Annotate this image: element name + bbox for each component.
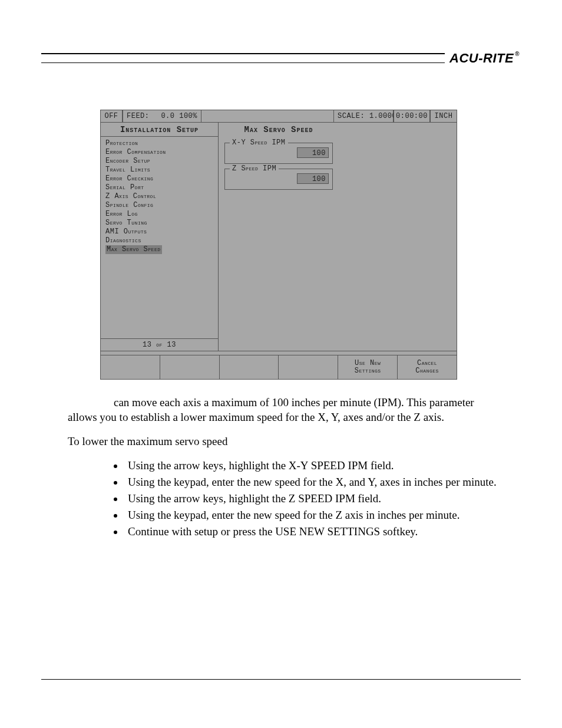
list-item[interactable]: Error Compensation: [105, 148, 214, 157]
registered-icon: ®: [515, 51, 520, 57]
bullet-item: Using the keypad, enter the new speed fo…: [124, 508, 503, 522]
status-time: 0:00:00: [394, 110, 430, 123]
brand-text: ACU-RITE: [449, 51, 514, 65]
bullet-item: Using the keypad, enter the new speed fo…: [124, 475, 503, 489]
list-item[interactable]: Protection: [105, 139, 214, 148]
softkey-1: [101, 355, 160, 379]
z-speed-fieldset: Z Speed IPM 100: [224, 169, 333, 190]
list-item[interactable]: Error Checking: [105, 174, 214, 183]
softkey-2: [160, 355, 220, 379]
list-item[interactable]: Max Servo Speed: [105, 245, 214, 254]
softkey-6[interactable]: Cancel Changes: [398, 355, 457, 379]
softkey-4: [279, 355, 338, 379]
xy-speed-input[interactable]: 100: [297, 147, 329, 158]
main-title: Max Servo Speed: [219, 123, 339, 136]
side-counter: 13 of 13: [101, 338, 218, 351]
side-list[interactable]: ProtectionError CompensationEncoder Setu…: [101, 137, 218, 338]
side-title: Installation Setup: [101, 123, 218, 137]
list-item[interactable]: Travel Limits: [105, 166, 214, 174]
bullet-item: Continue with setup or press the USE NEW…: [124, 524, 503, 539]
bullet-item: Using the arrow keys, highlight the Z SP…: [124, 491, 503, 506]
list-item[interactable]: Error Log: [105, 210, 214, 219]
main-panel: Max Servo Speed X-Y Speed IPM 100 Z Spee…: [219, 123, 457, 351]
status-blank: [201, 110, 333, 123]
list-item[interactable]: Serial Port: [105, 183, 214, 192]
paragraph-2: To lower the maximum servo speed: [68, 434, 503, 449]
bullet-list: Using the arrow keys, highlight the X-Y …: [124, 458, 503, 539]
status-unit: INCH: [430, 110, 457, 123]
status-feed: FEED: 0.0 100%: [123, 110, 201, 123]
side-panel: Installation Setup ProtectionError Compe…: [101, 123, 219, 351]
status-off: OFF: [100, 110, 123, 123]
divider-strip: [100, 351, 457, 355]
softkey-3: [220, 355, 279, 379]
crt-screenshot: OFF FEED: 0.0 100% SCALE: 1.0000 0:00:00…: [100, 110, 457, 380]
list-item[interactable]: AMI Outputs: [105, 228, 214, 236]
list-item[interactable]: Encoder Setup: [105, 157, 214, 166]
status-scale: SCALE: 1.0000: [333, 110, 394, 123]
paragraph-1: can move each axis a maximum of 100 inch…: [68, 395, 503, 424]
document-body: can move each axis a maximum of 100 inch…: [68, 395, 503, 541]
list-item[interactable]: Servo Tuning: [105, 219, 214, 228]
z-speed-input[interactable]: 100: [297, 173, 329, 184]
softkey-5[interactable]: Use New Settings: [338, 355, 398, 379]
footer-rule: [41, 679, 521, 680]
feed-label: FEED:: [127, 112, 150, 120]
list-item[interactable]: Spindle Config: [105, 201, 214, 210]
xy-speed-label: X-Y Speed IPM: [230, 139, 288, 147]
crt-body: Installation Setup ProtectionError Compe…: [100, 123, 457, 351]
z-speed-label: Z Speed IPM: [230, 164, 279, 173]
brand-logo: ACU-RITE®: [445, 51, 521, 66]
page: ACU-RITE® OFF FEED: 0.0 100% SCALE: 1.00…: [0, 0, 562, 728]
xy-speed-fieldset: X-Y Speed IPM 100: [224, 143, 333, 164]
list-item[interactable]: Z Axis Control: [105, 192, 214, 201]
softkey-row: Use New SettingsCancel Changes: [100, 355, 457, 380]
feed-value: 0.0 100%: [161, 112, 197, 120]
list-item[interactable]: Diagnostics: [105, 236, 214, 245]
status-bar: OFF FEED: 0.0 100% SCALE: 1.0000 0:00:00…: [100, 110, 457, 123]
bullet-item: Using the arrow keys, highlight the X-Y …: [124, 458, 503, 473]
